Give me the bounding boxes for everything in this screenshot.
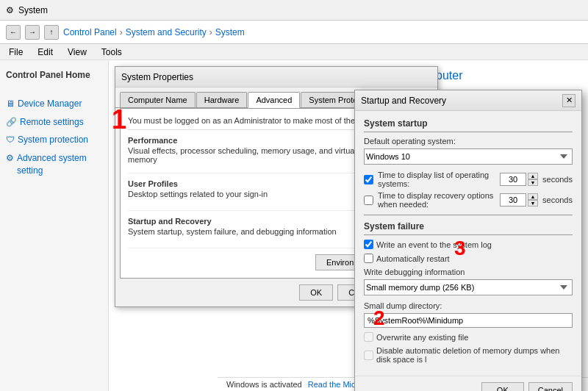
time-recovery-unit: seconds: [542, 196, 573, 204]
tab-hardware[interactable]: Hardware: [196, 92, 248, 107]
time-display-os-row: Time to display list of operating system…: [364, 171, 573, 188]
time-display-recovery-checkbox[interactable]: [364, 196, 373, 205]
system-failure-section-title: System failure: [364, 221, 573, 235]
overwrite-label: Overwrite any existing file: [376, 333, 468, 342]
small-dump-dir-label: Small dump directory:: [364, 301, 573, 310]
time-recovery-down-btn[interactable]: ▼: [528, 200, 538, 207]
write-event-label: Write an event to the system log: [376, 240, 492, 249]
disable-delete-label: Disable automatic deletion of memory dum…: [376, 346, 573, 364]
sidebar-control-panel-home[interactable]: Control Panel Home: [0, 66, 108, 85]
write-event-checkbox[interactable]: [364, 240, 373, 249]
time-os-up-btn[interactable]: ▲: [528, 173, 538, 179]
annotation-2: 2: [373, 306, 385, 330]
user-profiles-desc: Desktop settings related to your sign-in: [128, 190, 364, 198]
remote-settings-icon: 🔗: [6, 116, 17, 129]
title-bar: ⚙ System: [0, 0, 588, 21]
activation-text: Windows is activated: [226, 380, 302, 389]
breadcrumb-system[interactable]: System: [215, 27, 245, 37]
sys-props-title: System Properties: [121, 72, 193, 82]
sidebar-item-advanced-settings[interactable]: ⚙ Advanced system setting: [0, 149, 108, 180]
startup-cancel-button[interactable]: Cancel: [528, 382, 573, 391]
startup-title-bar: Startup and Recovery ✕: [355, 90, 581, 111]
overwrite-row: Overwrite any existing file: [364, 332, 573, 342]
time-os-down-btn[interactable]: ▼: [528, 179, 538, 186]
auto-restart-label: Automatically restart: [376, 254, 450, 263]
menu-view[interactable]: View: [62, 46, 93, 59]
write-debug-title: Write debugging information: [364, 268, 573, 276]
time-display-os-spinner: ▲ ▼: [500, 173, 538, 186]
disable-delete-checkbox[interactable]: [364, 351, 373, 360]
window-icon: ⚙: [6, 5, 14, 15]
annotation-3: 3: [454, 237, 466, 260]
time-display-recovery-spinner: ▲ ▼: [500, 193, 538, 207]
startup-title: Startup and Recovery: [361, 96, 446, 106]
system-protection-icon: 🛡: [6, 134, 15, 146]
time-display-recovery-label: Time to display recovery options when ne…: [378, 191, 495, 209]
time-display-recovery-row: Time to display recovery options when ne…: [364, 191, 573, 209]
sidebar-item-system-protection[interactable]: 🛡 System protection: [0, 131, 108, 149]
system-startup-section-title: System startup: [364, 118, 573, 132]
menu-file[interactable]: File: [3, 46, 29, 59]
time-display-os-input[interactable]: [500, 173, 526, 186]
forward-button[interactable]: →: [25, 25, 40, 40]
startup-recovery-desc: System startup, system failure, and debu…: [128, 227, 364, 236]
address-bar: ← → ↑ Control Panel › System and Securit…: [0, 21, 588, 44]
time-display-os-label: Time to display list of operating system…: [378, 171, 495, 188]
close-button[interactable]: ✕: [562, 94, 576, 107]
tab-computer-name[interactable]: Computer Name: [120, 92, 196, 107]
up-button[interactable]: ↑: [44, 25, 59, 40]
time-display-recovery-input[interactable]: [500, 193, 526, 207]
annotation-1: 1: [112, 104, 126, 135]
startup-recovery-dialog: Startup and Recovery ✕ System startup De…: [354, 90, 582, 391]
debug-info-select[interactable]: Small memory dump (256 KB)Kernel memory …: [364, 279, 573, 295]
disable-delete-row: Disable automatic deletion of memory dum…: [364, 346, 573, 364]
ok-button[interactable]: OK: [299, 284, 333, 301]
menu-bar: File Edit View Tools: [0, 44, 588, 60]
time-os-unit: seconds: [542, 175, 573, 184]
time-recovery-up-btn[interactable]: ▲: [528, 193, 538, 200]
startup-body: System startup Default operating system:…: [355, 111, 581, 376]
small-dump-dir-input[interactable]: [364, 313, 573, 328]
menu-tools[interactable]: Tools: [96, 46, 128, 59]
auto-restart-checkbox[interactable]: [364, 254, 373, 263]
sidebar-item-remote-settings[interactable]: 🔗 Remote settings: [0, 113, 108, 132]
auto-restart-row: Automatically restart: [364, 254, 573, 263]
write-event-row: Write an event to the system log: [364, 240, 573, 249]
content-area: View basic information about your comput…: [109, 60, 588, 391]
breadcrumb: Control Panel › System and Security › Sy…: [63, 27, 245, 37]
sys-props-title-bar: System Properties: [115, 67, 437, 87]
sidebar-item-device-manager[interactable]: 🖥 Device Manager: [0, 95, 108, 113]
time-display-os-checkbox[interactable]: [364, 175, 373, 184]
startup-ok-button[interactable]: OK: [481, 382, 524, 391]
back-button[interactable]: ←: [6, 25, 21, 40]
breadcrumb-systemsecurity[interactable]: System and Security: [126, 27, 207, 37]
advanced-settings-icon: ⚙: [6, 152, 14, 165]
overwrite-checkbox[interactable]: [364, 332, 373, 342]
tab-advanced[interactable]: Advanced: [248, 92, 300, 108]
startup-footer: OK Cancel: [355, 376, 581, 391]
device-manager-icon: 🖥: [6, 98, 15, 110]
default-os-label: Default operating system:: [364, 137, 573, 146]
menu-edit[interactable]: Edit: [32, 46, 59, 59]
default-os-select[interactable]: Windows 10: [364, 148, 573, 165]
sidebar: Control Panel Home 🖥 Device Manager 🔗 Re…: [0, 60, 109, 391]
main-layout: Control Panel Home 🖥 Device Manager 🔗 Re…: [0, 60, 588, 391]
window-title: System: [18, 5, 48, 15]
breadcrumb-controlpanel[interactable]: Control Panel: [63, 27, 117, 37]
performance-desc: Visual effects, processor scheduling, me…: [128, 146, 364, 164]
